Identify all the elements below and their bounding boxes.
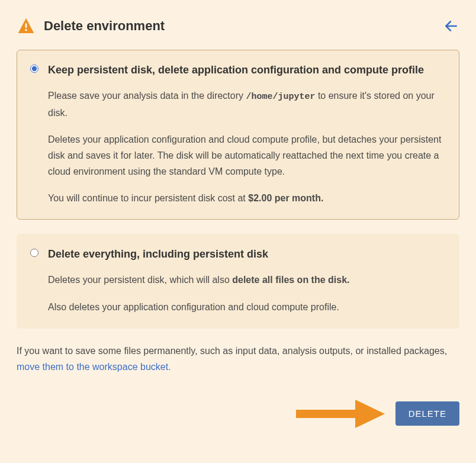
- keep-disk-p2: Deletes your application configuration a…: [48, 131, 446, 180]
- option-keep-disk-body: Please save your analysis data in the di…: [48, 88, 446, 206]
- delete-button[interactable]: DELETE: [395, 401, 459, 426]
- option-keep-disk-content: Keep persistent disk, delete application…: [48, 62, 446, 206]
- svg-point-1: [25, 29, 27, 31]
- svg-marker-3: [355, 400, 385, 428]
- text: If you want to save some files permanent…: [17, 346, 447, 356]
- text: Please save your analysis data in the di…: [48, 91, 246, 101]
- dialog-actions: DELETE: [17, 398, 459, 428]
- footer-note: If you want to save some files permanent…: [17, 343, 459, 375]
- option-delete-all[interactable]: Delete everything, including persistent …: [17, 234, 459, 328]
- disk-cost: $2.00 per month.: [248, 193, 323, 203]
- option-delete-all-body: Deletes your persistent disk, which will…: [48, 272, 446, 314]
- dialog-title: Delete environment: [44, 18, 165, 34]
- option-keep-disk[interactable]: Keep persistent disk, delete application…: [17, 50, 459, 220]
- jupyter-path: /home/jupyter: [246, 92, 315, 102]
- radio-delete-all[interactable]: [30, 249, 38, 257]
- keep-disk-p3: You will continue to incur persistent di…: [48, 190, 446, 206]
- dialog-header: Delete environment: [17, 17, 459, 36]
- annotation-arrow-icon: [296, 398, 385, 428]
- delete-all-p2: Also deletes your application configurat…: [48, 299, 446, 315]
- option-delete-all-title: Delete everything, including persistent …: [48, 246, 446, 262]
- svg-rect-2: [296, 410, 358, 418]
- back-arrow-icon[interactable]: [443, 18, 459, 34]
- header-left: Delete environment: [17, 17, 165, 36]
- option-keep-disk-title: Keep persistent disk, delete application…: [48, 62, 446, 78]
- svg-rect-0: [25, 23, 27, 28]
- delete-warning: delete all files on the disk.: [232, 275, 349, 285]
- text: Deletes your persistent disk, which will…: [48, 275, 232, 285]
- warning-icon: [17, 17, 36, 36]
- delete-all-p1: Deletes your persistent disk, which will…: [48, 272, 446, 288]
- workspace-bucket-link[interactable]: move them to the workspace bucket.: [17, 362, 171, 372]
- radio-keep-disk[interactable]: [30, 65, 38, 73]
- keep-disk-p1: Please save your analysis data in the di…: [48, 88, 446, 121]
- option-delete-all-content: Delete everything, including persistent …: [48, 246, 446, 314]
- text: You will continue to incur persistent di…: [48, 193, 248, 203]
